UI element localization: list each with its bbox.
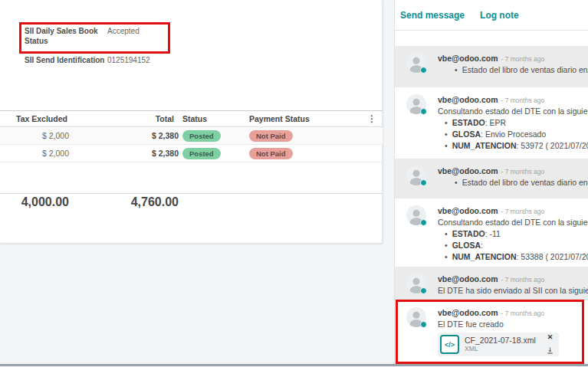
payment-status-badge: Not Paid xyxy=(249,148,293,159)
table-row[interactable]: $ 2,000 $ 2,380 Posted Not Paid xyxy=(0,145,383,162)
message-bullet: Estado del libro de ventas diario en xyxy=(438,64,588,76)
send-message-button[interactable]: Send message xyxy=(400,10,465,21)
online-status-icon xyxy=(420,219,427,226)
attachment-download-icon[interactable] xyxy=(546,346,554,355)
chatter-spacer xyxy=(395,31,588,46)
sii-status-label: SII Daily Sales Book Status xyxy=(25,26,104,46)
cell-total: $ 2,380 xyxy=(69,131,179,140)
online-status-icon xyxy=(420,179,427,186)
message-author: vbe@odoo.com xyxy=(438,95,498,104)
message-text: El DTE ha sido enviado al SII con la sig… xyxy=(438,285,588,297)
col-header-tax-excluded: Tax Excluded xyxy=(16,114,69,123)
online-status-icon xyxy=(420,287,427,294)
message-timestamp: - 7 months ago xyxy=(501,208,545,215)
col-header-status: Status xyxy=(182,114,244,123)
xml-file-icon: </> xyxy=(440,335,459,354)
cell-tax-excluded: $ 2,000 xyxy=(16,131,69,140)
table-totals-row: 4,000.00 4,760.00 xyxy=(0,195,383,209)
chatter-message: vbe@odoo.com- 7 months ago Estado del li… xyxy=(395,159,588,198)
chatter-message: vbe@odoo.com- 7 months ago Consultando e… xyxy=(395,87,588,159)
message-text: Consultando estado del DTE con la siguie… xyxy=(438,217,588,228)
chatter-message: vbe@odoo.com- 7 months ago El DTE fue cr… xyxy=(395,300,588,364)
message-bullet: GLOSA: xyxy=(438,240,588,251)
chatter-toolbar: Send message Log note xyxy=(395,0,588,31)
message-bullet: ESTADO: EPR xyxy=(438,117,588,129)
attachment-card[interactable]: </> CF_2021-07-18.xml XML ✕ xyxy=(438,333,559,356)
status-badge: Posted xyxy=(182,148,221,159)
totals-divider xyxy=(0,193,383,194)
online-status-icon xyxy=(420,321,427,328)
sii-send-id-label: SII Send Identification xyxy=(25,55,109,65)
invoice-lines-table: Tax Excluded Total Status Payment Status… xyxy=(0,110,383,162)
sii-send-id-value: 0125194152 xyxy=(107,55,150,65)
sii-status-value: Accepted xyxy=(107,26,140,36)
message-text: Consultando estado del DTE con la siguie… xyxy=(438,106,588,117)
message-timestamp: - 7 months ago xyxy=(501,168,545,175)
chatter-message: vbe@odoo.com- 7 months ago Estado del li… xyxy=(395,46,588,87)
online-status-icon xyxy=(420,108,427,115)
cell-tax-excluded: $ 2,000 xyxy=(16,149,69,158)
chatter-message: vbe@odoo.com- 7 months ago El DTE ha sid… xyxy=(395,267,588,300)
window-bottom-edge xyxy=(0,364,588,366)
attachment-filename[interactable]: CF_2021-07-18.xml xyxy=(465,336,546,345)
message-bullet: Estado del libro de ventas diario en xyxy=(438,177,588,188)
chatter-panel: Send message Log note vbe@odoo.com- 7 mo… xyxy=(394,0,588,367)
total-amount: 4,760.00 xyxy=(69,195,179,209)
table-row[interactable]: $ 2,000 $ 2,380 Posted Not Paid xyxy=(0,127,383,145)
log-note-button[interactable]: Log note xyxy=(480,10,519,21)
message-timestamp: - 7 months ago xyxy=(501,310,545,317)
total-tax-excluded: 4,000.00 xyxy=(16,195,69,209)
message-author: vbe@odoo.com xyxy=(438,166,498,175)
odoo-invoice-screen: { "colors": { "accent_teal": "#0c8e92", … xyxy=(0,0,588,367)
message-bullet: GLOSA: Envio Procesado xyxy=(438,129,588,140)
table-header-row: Tax Excluded Total Status Payment Status… xyxy=(0,110,383,127)
attachment-close-icon[interactable]: ✕ xyxy=(547,334,554,341)
invoice-detail-card: SII Daily Sales Book Status Accepted SII… xyxy=(0,0,383,243)
status-badge: Posted xyxy=(182,130,221,142)
payment-status-badge: Not Paid xyxy=(249,130,293,142)
chatter-message: vbe@odoo.com- 7 months ago Consultando e… xyxy=(395,198,588,267)
message-timestamp: - 7 months ago xyxy=(501,276,545,283)
message-author: vbe@odoo.com xyxy=(438,274,498,283)
message-author: vbe@odoo.com xyxy=(438,308,498,317)
message-text: El DTE fue creado xyxy=(438,319,588,330)
message-bullet: NUM_ATENCION: 53388 ( 2021/07/20 xyxy=(438,251,588,263)
message-timestamp: - 7 months ago xyxy=(501,55,545,63)
cell-total: $ 2,380 xyxy=(69,149,179,158)
table-options-icon[interactable]: ⋮ xyxy=(367,115,376,123)
col-header-payment-status: Payment Status xyxy=(249,114,356,123)
online-status-icon xyxy=(420,67,427,74)
col-header-total: Total xyxy=(69,114,179,123)
message-bullet: ESTADO: -11 xyxy=(438,228,588,240)
message-bullet: NUM_ATENCION: 53972 ( 2021/07/20 xyxy=(438,140,588,152)
message-timestamp: - 7 months ago xyxy=(501,97,545,104)
message-author: vbe@odoo.com xyxy=(438,54,498,63)
attachment-filetype: XML xyxy=(465,345,546,353)
message-author: vbe@odoo.com xyxy=(438,206,498,215)
